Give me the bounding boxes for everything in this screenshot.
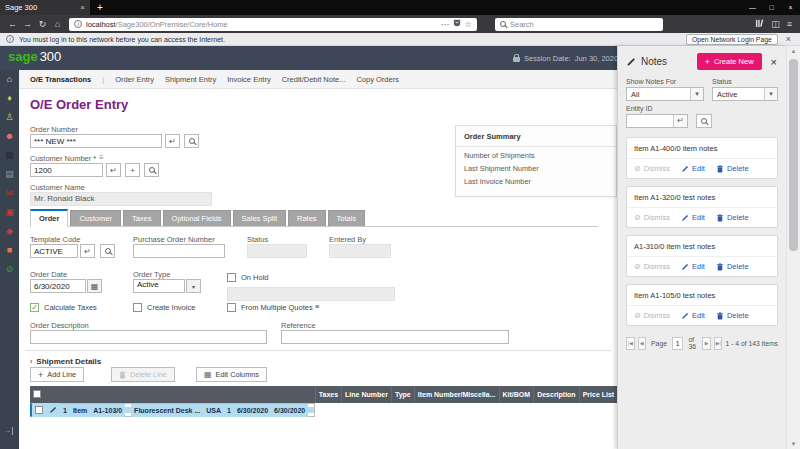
- url-bar[interactable]: i localhost/Sage300/OnPremise/Core/Home …: [69, 18, 477, 31]
- col-taxes[interactable]: Taxes: [315, 386, 341, 403]
- sidebar-collapse-icon[interactable]: →: [3, 427, 13, 435]
- entity-id-enter-icon[interactable]: ↵: [673, 115, 687, 127]
- order-type-dropdown-icon[interactable]: ▾: [186, 279, 201, 293]
- search-input[interactable]: Search: [495, 18, 663, 31]
- tab-totals[interactable]: Totals: [328, 210, 366, 226]
- table-row[interactable]: 1 Item A1-103/0 Fluorescent Desk ... USA…: [30, 403, 315, 417]
- row-taxes-edit-icon[interactable]: [46, 403, 60, 418]
- calculate-taxes-checkbox[interactable]: ✓: [30, 303, 39, 312]
- reload-icon[interactable]: ↻: [35, 19, 50, 29]
- shipment-details-header[interactable]: ›Shipment Details: [30, 357, 101, 366]
- entity-id-input[interactable]: ↵: [626, 114, 688, 128]
- template-code-input[interactable]: [30, 244, 78, 258]
- module-box-icon[interactable]: ▣: [5, 208, 14, 217]
- edit-button[interactable]: Edit: [681, 311, 705, 320]
- reference-input[interactable]: [281, 330, 509, 344]
- select-all-header[interactable]: [30, 386, 315, 403]
- calendar-icon[interactable]: ▦: [87, 279, 102, 293]
- customer-number-add-icon[interactable]: +: [125, 163, 140, 177]
- page-scrollbar[interactable]: ▲ ▼: [786, 46, 800, 449]
- tab-sales-split[interactable]: Sales Split: [233, 210, 286, 226]
- from-multiple-quotes-detail-icon[interactable]: ≡: [315, 302, 319, 311]
- col-description[interactable]: Description: [534, 386, 580, 403]
- menu-root[interactable]: O/E Transactions: [30, 75, 91, 84]
- menu-item-copy-orders[interactable]: Copy Orders: [356, 75, 399, 84]
- scroll-down-icon[interactable]: ▼: [787, 441, 800, 447]
- tab-close-icon[interactable]: ×: [80, 3, 85, 12]
- customer-number-finder-icon[interactable]: [144, 163, 159, 177]
- window-close-button[interactable]: ×: [781, 0, 800, 15]
- edit-button[interactable]: Edit: [681, 213, 705, 222]
- row-checkbox[interactable]: [35, 406, 43, 414]
- new-tab-button[interactable]: +: [90, 0, 110, 15]
- home-icon[interactable]: ⌂: [50, 19, 65, 29]
- tab-rates[interactable]: Rates: [288, 210, 326, 226]
- browser-tab[interactable]: Sage 300 ×: [0, 0, 90, 15]
- status-filter-select[interactable]: Active▾: [712, 87, 778, 101]
- col-line-number[interactable]: Line Number: [342, 386, 392, 403]
- add-line-button[interactable]: +Add Line: [30, 367, 84, 382]
- home-icon[interactable]: ⌂: [7, 75, 12, 84]
- menu-item-invoice-entry[interactable]: Invoice Entry: [227, 75, 270, 84]
- select-all-checkbox[interactable]: [33, 390, 41, 398]
- order-date-input[interactable]: [30, 279, 86, 293]
- col-price-list[interactable]: Price List: [579, 386, 617, 403]
- library-icon[interactable]: [755, 19, 764, 30]
- create-new-button[interactable]: +Create New: [697, 53, 762, 70]
- sidebar-toggle-icon[interactable]: ◫: [771, 19, 780, 29]
- delete-button[interactable]: Delete: [716, 164, 749, 173]
- order-number-input[interactable]: [30, 134, 162, 148]
- tab-taxes[interactable]: Taxes: [123, 210, 161, 226]
- module-user-icon[interactable]: ♙: [5, 113, 13, 122]
- show-notes-for-select[interactable]: All▾: [626, 87, 704, 101]
- on-hold-checkbox[interactable]: [227, 273, 236, 282]
- menu-item-credit-debit-note[interactable]: Credit/Debit Note...: [282, 75, 346, 84]
- edit-columns-button[interactable]: ▦Edit Columns: [196, 367, 267, 382]
- page-actions-icon[interactable]: ⋯: [441, 20, 449, 29]
- first-page-button[interactable]: |◀: [626, 337, 635, 350]
- delete-button[interactable]: Delete: [716, 213, 749, 222]
- module-people-icon[interactable]: ☻: [5, 132, 14, 141]
- open-network-login-button[interactable]: Open Network Login Page: [686, 34, 778, 45]
- create-invoice-checkbox[interactable]: [133, 303, 142, 312]
- entity-id-search-icon[interactable]: [696, 114, 712, 128]
- notification-close-icon[interactable]: ×: [783, 34, 794, 44]
- module-key-icon[interactable]: ♦: [7, 94, 12, 103]
- module-mail-icon[interactable]: ✉: [6, 189, 14, 198]
- module-blocked-icon[interactable]: ⊘: [6, 265, 14, 274]
- scrollbar-thumb[interactable]: [789, 59, 798, 251]
- back-icon[interactable]: ←: [5, 19, 20, 29]
- last-page-button[interactable]: ▶|: [714, 337, 723, 350]
- customer-number-input[interactable]: [30, 163, 103, 177]
- menu-item-shipment-entry[interactable]: Shipment Entry: [165, 75, 216, 84]
- template-code-finder-icon[interactable]: [100, 244, 115, 258]
- scroll-up-icon[interactable]: ▲: [787, 48, 800, 54]
- order-number-enter-icon[interactable]: ↵: [165, 134, 180, 148]
- menu-icon[interactable]: ≡: [787, 19, 792, 29]
- row-select-cell[interactable]: [32, 403, 46, 418]
- edit-button[interactable]: Edit: [681, 262, 705, 271]
- next-page-button[interactable]: ▶: [702, 337, 711, 350]
- tab-order[interactable]: Order: [30, 209, 68, 227]
- bookmark-star-icon[interactable]: ☆: [465, 20, 472, 29]
- customer-detail-icon[interactable]: ≡: [99, 153, 104, 162]
- order-description-input[interactable]: [30, 330, 267, 344]
- tab-customer[interactable]: Customer: [70, 210, 121, 226]
- delete-button[interactable]: Delete: [716, 311, 749, 320]
- minimize-button[interactable]: —: [743, 0, 762, 15]
- col-kit-bom[interactable]: Kit/BOM: [499, 386, 534, 403]
- menu-item-order-entry[interactable]: Order Entry: [115, 75, 154, 84]
- col-item-number[interactable]: Item Number/Miscella...: [414, 386, 499, 403]
- from-multiple-quotes-checkbox[interactable]: [227, 303, 236, 312]
- page-number-input[interactable]: 1: [672, 337, 684, 350]
- pocket-icon[interactable]: [453, 19, 461, 29]
- tab-optional-fields[interactable]: Optional Fields: [163, 210, 231, 226]
- order-number-finder-icon[interactable]: [184, 134, 199, 148]
- module-bank-icon[interactable]: ▦: [5, 151, 14, 160]
- site-info-icon[interactable]: i: [74, 20, 82, 28]
- module-folder-icon[interactable]: ■: [7, 246, 12, 255]
- template-code-enter-icon[interactable]: ↵: [80, 244, 95, 258]
- module-list-icon[interactable]: ▤: [5, 170, 14, 179]
- prev-page-button[interactable]: ◀: [638, 337, 647, 350]
- module-diamond-icon[interactable]: ◆: [6, 227, 13, 236]
